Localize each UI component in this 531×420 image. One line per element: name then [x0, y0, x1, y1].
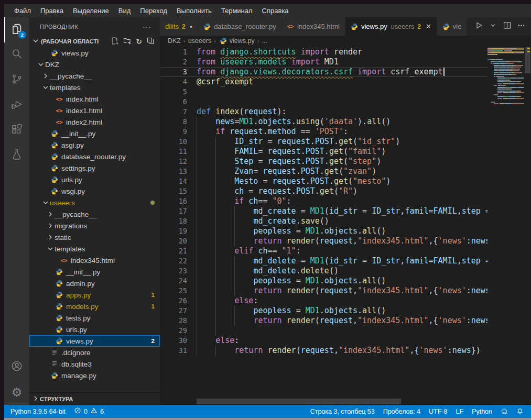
code-line-20[interactable]: 20 return render(request,"index345.html"… — [160, 236, 487, 246]
bell-icon[interactable] — [512, 405, 528, 418]
breadcrumb-item-views.py[interactable]: views.py — [230, 37, 255, 45]
menu-item-Правка[interactable]: Правка — [36, 4, 68, 17]
code-line-30[interactable]: 30 else: — [160, 336, 487, 346]
code-line-1[interactable]: 1from django.shortcuts import render — [160, 47, 487, 57]
breadcrumb-item-useeers[interactable]: useeers — [188, 37, 211, 45]
refresh-icon[interactable]: ↻ — [136, 38, 142, 45]
tree-item-index1.html[interactable]: <>index1.html — [29, 105, 160, 116]
python-interpreter-status[interactable]: Python 3.9.5 64-bit — [6, 405, 70, 418]
menu-item-Терминал[interactable]: Терминал — [216, 4, 257, 17]
code-line-29[interactable]: 29 — [160, 326, 487, 336]
code-line-24[interactable]: 24 peopless = MD1.objects.all() — [160, 276, 487, 286]
code-line-10[interactable]: 10 ID_str = request.POST.get("id_str") — [160, 137, 487, 147]
code-line-15[interactable]: 15 ch = request.POST.get("R") — [160, 186, 487, 196]
menu-item-Вид[interactable]: Вид — [114, 4, 136, 17]
tree-item-urls.py[interactable]: urls.py — [29, 174, 160, 185]
code-line-25[interactable]: 25 return render(request,"index345.html"… — [160, 286, 487, 296]
tree-item-index2.html[interactable]: <>index2.html — [29, 116, 160, 128]
code-line-18[interactable]: 18 md_create.save() — [160, 216, 487, 226]
code-editor[interactable]: 1from django.shortcuts import render2fro… — [160, 46, 487, 405]
code-line-27[interactable]: 27 peopless = MD1.objects.all() — [160, 306, 487, 316]
eol-status[interactable]: LF — [451, 405, 468, 418]
code-line-9[interactable]: 9 if request.method == 'POST': — [160, 127, 487, 137]
split-editor-icon[interactable] — [503, 21, 512, 32]
minimap[interactable] — [487, 46, 524, 405]
menu-item-Выделение[interactable]: Выделение — [68, 4, 114, 17]
cursor-position-status[interactable]: Строка 3, столбец 53 — [306, 405, 379, 418]
tree-item-asgi.py[interactable]: asgi.py — [29, 139, 160, 151]
feedback-icon[interactable] — [496, 405, 512, 418]
close-icon[interactable]: ✕ — [426, 23, 431, 30]
tree-item-urls.py[interactable]: urls.py — [29, 324, 160, 335]
code-line-16[interactable]: 16 if ch== "0": — [160, 196, 487, 206]
search-button[interactable] — [4, 42, 29, 68]
breadcrumb-item-DKZ[interactable]: DKZ — [168, 37, 181, 45]
code-line-14[interactable]: 14 Mesto = request.POST.get("mesto") — [160, 176, 487, 186]
menu-item-Переход[interactable]: Переход — [135, 4, 172, 17]
tree-item-index345.html[interactable]: <>index345.html — [29, 255, 160, 266]
horizontal-scrollbar-thumb[interactable] — [197, 399, 401, 404]
tree-item-views.py[interactable]: views.py2 — [29, 335, 160, 347]
new-file-icon[interactable] — [111, 37, 119, 46]
tree-item-__pycache__[interactable]: __pycache__ — [29, 70, 160, 82]
code-line-21[interactable]: 21 elif ch== "1": — [160, 246, 487, 256]
run-dropdown-chevron-icon[interactable] — [489, 21, 497, 32]
menu-item-Справка[interactable]: Справка — [257, 4, 294, 17]
tree-item-useeers[interactable]: useeers — [29, 197, 160, 208]
collapse-all-icon[interactable] — [146, 37, 155, 46]
tree-item-tests.py[interactable]: tests.py — [29, 312, 160, 324]
extensions-button[interactable] — [4, 118, 29, 143]
tree-item-apps.py[interactable]: apps.py1 — [29, 289, 160, 301]
tab-index345.html[interactable]: <>index345.html — [282, 17, 345, 36]
tab-views.py[interactable]: views.pyuseeers2✕ — [345, 17, 437, 36]
code-line-8[interactable]: 8 news=MD1.objects.using('daata').all() — [160, 117, 487, 127]
code-line-26[interactable]: 26 else: — [160, 296, 487, 306]
tree-item-templates[interactable]: templates — [29, 243, 160, 255]
menu-item-Выполнить[interactable]: Выполнить — [172, 4, 216, 17]
tree-item-.dcignore[interactable]: .dcignore — [29, 347, 160, 358]
testing-button[interactable] — [4, 143, 29, 168]
tree-item-index.html[interactable]: <>index.html — [29, 93, 160, 105]
source-control-button[interactable] — [4, 68, 29, 93]
code-line-12[interactable]: 12 Step = request.POST.get("step") — [160, 157, 487, 167]
code-line-4[interactable]: 4@csrf_exempt — [160, 77, 487, 87]
tree-item-models.py[interactable]: models.py1 — [29, 301, 160, 312]
encoding-status[interactable]: UTF-8 — [425, 405, 451, 418]
code-line-11[interactable]: 11 FAMIL= request.POST.get("famil") — [160, 147, 487, 157]
tab-diiits[interactable]: diiits2● — [160, 17, 198, 36]
code-line-5[interactable]: 5 — [160, 87, 487, 97]
tree-item-__init__.py[interactable]: __init__.py — [29, 266, 160, 278]
code-line-17[interactable]: 17 md_create = MD1(id_str = ID_str,famil… — [160, 206, 487, 216]
new-folder-icon[interactable] — [123, 37, 132, 46]
tree-item-database_roouter.py[interactable]: database_roouter.py — [29, 151, 160, 162]
code-line-19[interactable]: 19 peopless = MD1.objects.all() — [160, 226, 487, 236]
tree-item-views.py[interactable]: views.py — [29, 47, 160, 59]
outline-section-header[interactable]: СТРУКТУРА — [29, 393, 160, 405]
tree-item-manage.py[interactable]: manage.py — [29, 370, 160, 381]
code-line-2[interactable]: 2from useeers.models import MD1 — [160, 57, 487, 67]
tab-database_roouter.py[interactable]: database_roouter.py — [198, 17, 282, 36]
code-line-3[interactable]: 3from django.views.decorators.csrf impor… — [160, 67, 487, 77]
language-mode-status[interactable]: Python — [468, 405, 496, 418]
settings-gear-button[interactable]: ⚙ — [4, 380, 29, 405]
explorer-button[interactable]: 2 — [4, 17, 29, 42]
code-line-31[interactable]: 31 return render(request,"index345.html"… — [160, 346, 487, 356]
tree-item-wsgi.py[interactable]: wsgi.py — [29, 185, 160, 197]
menu-item-Файл[interactable]: Файл — [9, 4, 36, 17]
tree-item-static[interactable]: static — [29, 231, 160, 243]
run-button-icon[interactable] — [474, 21, 483, 32]
tree-item-settings.py[interactable]: settings.py — [29, 162, 160, 174]
more-actions-icon[interactable] — [517, 21, 526, 32]
tree-item-db.sqlite3[interactable]: db.sqlite3 — [29, 358, 160, 370]
account-button[interactable] — [4, 355, 29, 380]
tree-item-admin.py[interactable]: admin.py — [29, 278, 160, 289]
tab-vie[interactable]: vie — [437, 17, 468, 36]
tree-item-__init__.py[interactable]: __init__.py — [29, 128, 160, 139]
problems-status[interactable]: 0 6 — [70, 405, 108, 418]
run-debug-button[interactable] — [4, 93, 29, 118]
breadcrumb-item-...[interactable]: ... — [262, 37, 267, 45]
breadcrumb[interactable]: DKZ›useeers›views.py›... — [160, 36, 531, 46]
indentation-status[interactable]: Пробелов: 4 — [379, 405, 425, 418]
tree-item-migrations[interactable]: migrations — [29, 220, 160, 231]
code-line-23[interactable]: 23 md_delete.delete() — [160, 266, 487, 276]
